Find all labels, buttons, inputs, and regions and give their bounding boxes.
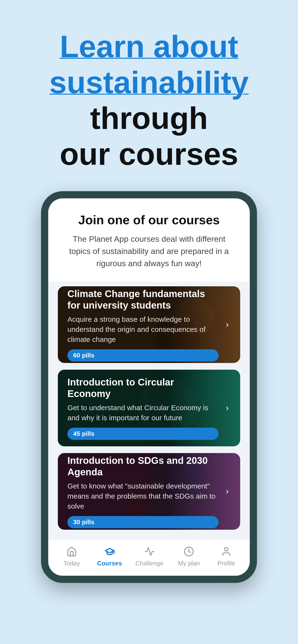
nav-challenge-label: Challenge [135, 560, 163, 567]
course-sdg-desc: Get to know what "sustainable developmen… [67, 481, 219, 511]
today-icon [66, 545, 78, 558]
course-circular-chevron[interactable]: › [222, 403, 232, 413]
screen-content: Join one of our courses The Planet App c… [48, 198, 250, 539]
hero-sustainability[interactable]: sustainability [49, 65, 249, 100]
course-sdg-pills: 30 pills [67, 516, 219, 528]
course-sdg-chevron[interactable]: › [222, 486, 232, 497]
course-climate-pills: 60 pills [67, 349, 219, 362]
course-circular-desc: Get to understand what Circular Economy … [67, 403, 219, 423]
nav-profile[interactable]: Profile [214, 545, 238, 567]
course-card-climate[interactable]: Climate Change fundamentalsfor universit… [58, 286, 240, 363]
phone-mockup: Join one of our courses The Planet App c… [41, 191, 257, 583]
nav-myplan-label: My plan [178, 560, 200, 567]
courses-icon [103, 545, 116, 558]
course-circular-pills: 45 pills [67, 428, 219, 440]
profile-icon [220, 545, 232, 558]
courses-title: Join one of our courses [63, 213, 235, 227]
course-circular-title: Introduction to CircularEconomy [67, 376, 219, 400]
nav-myplan[interactable]: My plan [177, 545, 201, 567]
phone-screen: Join one of our courses The Planet App c… [48, 198, 250, 576]
courses-header: Join one of our courses The Planet App c… [48, 198, 250, 282]
hero-line3: our courses [60, 136, 238, 172]
course-card-climate-content: Climate Change fundamentalsfor universit… [58, 286, 240, 363]
hero-section: Learn about sustainability through our c… [0, 0, 298, 191]
hero-line1[interactable]: Learn about [60, 29, 238, 64]
hero-through: through [90, 100, 208, 136]
course-climate-title: Climate Change fundamentalsfor universit… [67, 288, 219, 311]
course-card-sdg-content: Introduction to SDGs and 2030Agenda Get … [58, 453, 240, 530]
nav-today[interactable]: Today [60, 545, 84, 567]
challenge-icon [143, 545, 156, 558]
bottom-navigation: Today Courses Challenge [48, 539, 250, 576]
course-card-circular-content: Introduction to CircularEconomy Get to u… [58, 370, 240, 446]
nav-profile-label: Profile [217, 560, 235, 567]
courses-description: The Planet App courses deal with differe… [63, 233, 235, 270]
course-sdg-title: Introduction to SDGs and 2030Agenda [67, 455, 219, 478]
course-climate-chevron[interactable]: › [222, 319, 232, 330]
nav-courses[interactable]: Courses [97, 545, 122, 567]
myplan-icon [183, 545, 195, 558]
svg-point-13 [225, 548, 228, 551]
course-card-circular[interactable]: Introduction to CircularEconomy Get to u… [58, 370, 240, 446]
course-card-sdg[interactable]: Introduction to SDGs and 2030Agenda Get … [58, 453, 240, 530]
nav-challenge[interactable]: Challenge [135, 545, 163, 567]
nav-today-label: Today [63, 560, 80, 567]
nav-courses-label: Courses [97, 560, 122, 567]
courses-list: Climate Change fundamentalsfor universit… [48, 282, 250, 539]
course-climate-desc: Acquire a strong base of knowledge to un… [67, 314, 219, 344]
hero-title: Learn about sustainability through our c… [19, 29, 279, 172]
